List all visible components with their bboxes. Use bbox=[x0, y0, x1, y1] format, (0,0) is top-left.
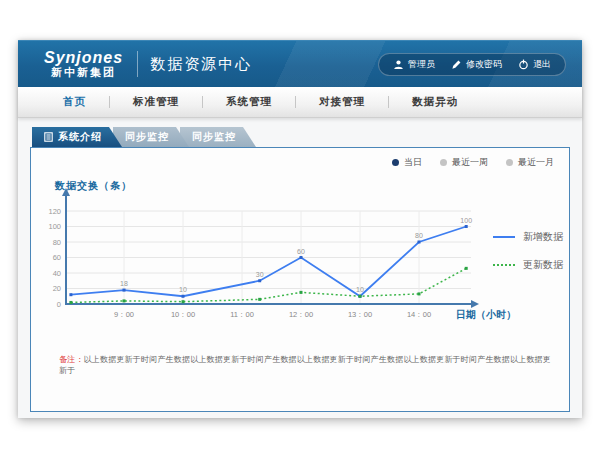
footnote-prefix: 备注： bbox=[59, 355, 84, 364]
tab-sync-monitor-1[interactable]: 同步监控 bbox=[113, 127, 189, 147]
svg-text:18: 18 bbox=[120, 280, 128, 287]
series-legend: 新增数据 更新数据 bbox=[493, 230, 563, 286]
power-icon bbox=[518, 59, 529, 70]
series-label: 新增数据 bbox=[523, 230, 563, 244]
nav-item-data-change[interactable]: 数据异动 bbox=[389, 95, 481, 109]
filter-today[interactable]: 当日 bbox=[392, 156, 422, 169]
logo-text-en: Synjones bbox=[44, 50, 123, 67]
app-header: Synjones 新中新集团 数据资源中心 管理员 修改密码 退出 bbox=[18, 40, 582, 87]
legend-updated-data: 更新数据 bbox=[493, 258, 563, 272]
svg-text:120: 120 bbox=[48, 207, 61, 216]
svg-text:20: 20 bbox=[53, 284, 61, 293]
nav-item-standard-mgmt[interactable]: 标准管理 bbox=[110, 95, 202, 109]
logo-text-cn: 新中新集团 bbox=[44, 67, 123, 79]
svg-text:14：00: 14：00 bbox=[407, 310, 431, 319]
tab-bar: 系统介绍 同步监控 同步监控 bbox=[32, 127, 256, 147]
company-logo[interactable]: Synjones 新中新集团 bbox=[44, 50, 123, 78]
svg-text:13：00: 13：00 bbox=[348, 310, 372, 319]
line-chart: 0204060801001209：0010：0011：0012：0013：001… bbox=[41, 186, 541, 326]
header-divider bbox=[137, 51, 138, 77]
svg-text:30: 30 bbox=[256, 271, 264, 278]
svg-text:60: 60 bbox=[53, 253, 61, 262]
svg-text:10: 10 bbox=[179, 286, 187, 293]
svg-text:日期（小时）: 日期（小时） bbox=[456, 309, 516, 320]
radio-dot-icon bbox=[440, 159, 447, 166]
logout-label: 退出 bbox=[533, 58, 551, 71]
svg-text:11：00: 11：00 bbox=[230, 310, 254, 319]
footnote-text: 以上数据更新于时间产生数据以上数据更新于时间产生数据以上数据更新于时间产生数据以… bbox=[59, 355, 551, 375]
footnote: 备注：以上数据更新于时间产生数据以上数据更新于时间产生数据以上数据更新于时间产生… bbox=[59, 354, 559, 376]
filter-label: 最近一月 bbox=[518, 156, 554, 169]
current-user-button[interactable]: 管理员 bbox=[393, 58, 435, 71]
document-icon bbox=[44, 132, 53, 142]
svg-text:100: 100 bbox=[460, 217, 472, 224]
user-toolbar: 管理员 修改密码 退出 bbox=[378, 53, 566, 76]
svg-text:12：00: 12：00 bbox=[289, 310, 313, 319]
solid-line-icon bbox=[493, 236, 515, 238]
app-title: 数据资源中心 bbox=[150, 55, 252, 74]
content-area: 系统介绍 同步监控 同步监控 当日 最近一周 bbox=[18, 118, 582, 418]
nav-item-interface-mgmt[interactable]: 对接管理 bbox=[296, 95, 388, 109]
page-background: Synjones 新中新集团 数据资源中心 管理员 修改密码 退出 bbox=[0, 0, 600, 450]
svg-text:60: 60 bbox=[297, 248, 305, 255]
user-icon bbox=[393, 59, 404, 70]
svg-text:80: 80 bbox=[53, 238, 61, 247]
nav-item-system-mgmt[interactable]: 系统管理 bbox=[203, 95, 295, 109]
tab-label: 同步监控 bbox=[192, 130, 236, 144]
radio-dot-icon bbox=[506, 159, 513, 166]
svg-text:9：00: 9：00 bbox=[114, 310, 134, 319]
change-password-label: 修改密码 bbox=[466, 58, 502, 71]
app-window: Synjones 新中新集团 数据资源中心 管理员 修改密码 退出 bbox=[18, 40, 582, 418]
time-range-filters: 当日 最近一周 最近一月 bbox=[392, 156, 554, 169]
logout-button[interactable]: 退出 bbox=[518, 58, 551, 71]
tab-system-intro[interactable]: 系统介绍 bbox=[32, 127, 122, 147]
dotted-line-icon bbox=[493, 264, 515, 266]
change-password-button[interactable]: 修改密码 bbox=[451, 58, 502, 71]
tab-label: 系统介绍 bbox=[58, 130, 102, 144]
nav-item-home[interactable]: 首页 bbox=[40, 95, 109, 109]
svg-text:80: 80 bbox=[415, 232, 423, 239]
svg-text:40: 40 bbox=[53, 269, 61, 278]
filter-label: 最近一周 bbox=[452, 156, 488, 169]
svg-text:100: 100 bbox=[48, 222, 61, 231]
user-name-label: 管理员 bbox=[408, 58, 435, 71]
radio-dot-icon bbox=[392, 159, 399, 166]
filter-last-month[interactable]: 最近一月 bbox=[506, 156, 554, 169]
filter-last-week[interactable]: 最近一周 bbox=[440, 156, 488, 169]
filter-label: 当日 bbox=[404, 156, 422, 169]
legend-new-data: 新增数据 bbox=[493, 230, 563, 244]
chart-panel: 当日 最近一周 最近一月 数据交换（条） 0204060801001209：00… bbox=[30, 147, 570, 412]
tab-sync-monitor-2[interactable]: 同步监控 bbox=[180, 127, 256, 147]
edit-icon bbox=[451, 59, 462, 70]
svg-text:0: 0 bbox=[57, 300, 61, 309]
svg-text:10: 10 bbox=[356, 286, 364, 293]
series-label: 更新数据 bbox=[523, 258, 563, 272]
main-nav: 首页 标准管理 系统管理 对接管理 数据异动 bbox=[18, 87, 582, 118]
tab-label: 同步监控 bbox=[125, 130, 169, 144]
svg-text:10：00: 10：00 bbox=[171, 310, 195, 319]
